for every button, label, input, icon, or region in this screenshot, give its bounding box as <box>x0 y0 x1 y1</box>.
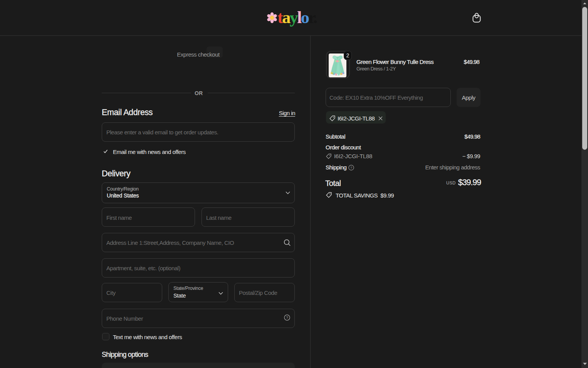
svg-text:?: ? <box>350 166 352 170</box>
svg-text:?: ? <box>286 315 288 319</box>
